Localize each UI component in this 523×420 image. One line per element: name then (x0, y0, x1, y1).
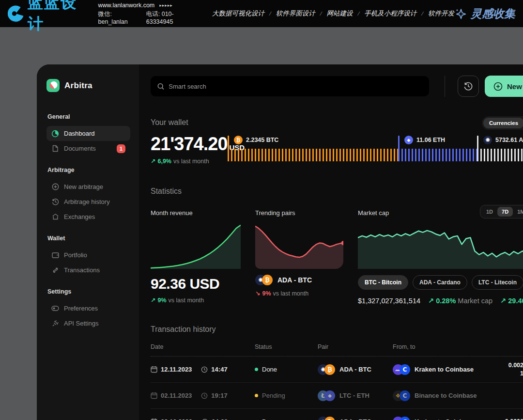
up-arrow-icon: ↗ (428, 297, 434, 305)
topbar-divider (445, 76, 445, 97)
plus-circle-icon (493, 82, 503, 91)
table-row[interactable]: 12.11.2023 14:47 Done ✺ ₿ ADA - BTC (151, 357, 523, 383)
wallet-icon (51, 251, 59, 259)
eth-icon: ◆ (324, 390, 335, 401)
clock-icon (201, 366, 208, 373)
holding-label: 2.2345 BTC (246, 137, 278, 143)
holding-segment-eth[interactable]: ◆ 11.06 ETH (398, 136, 477, 165)
up-arrow-icon: ↗ (151, 296, 155, 304)
sidebar-section-general: General Dashboard Documents 1 (46, 113, 130, 156)
arbitra-logo-icon (46, 79, 60, 92)
sidebar-item-label: Documents (64, 145, 96, 152)
service-separator: / (320, 10, 322, 17)
service-item: 大数据可视化设计 (212, 9, 264, 18)
sidebar-item-dashboard[interactable]: Dashboard (46, 126, 130, 141)
btc-icon: ₿ (324, 364, 335, 375)
service-separator: / (269, 10, 271, 17)
pill-btc-bitcoin[interactable]: BTC - Bitcoin (358, 275, 408, 290)
month-revenue-chart (151, 224, 241, 269)
site-contact: www.lanlanwork.com ▸▸▸▸▸ 微信: ben_lanlan … (98, 2, 194, 25)
table-row[interactable]: 29.10.2023 04:23 Done ✺ ₿ ADA - BTC (151, 409, 523, 420)
pill-ltc-litecoin[interactable]: LTC - Litecoin (472, 275, 523, 290)
wallet-delta: ↗ 6,9% vs last month (151, 157, 228, 165)
exchange-icons: C (393, 417, 410, 420)
trending-pairs-label: Trending pairs (255, 209, 343, 217)
pair-label: LTC - ETH (339, 392, 369, 399)
pie-chart-icon (51, 130, 59, 138)
month-revenue-label: Month revenue (151, 209, 241, 217)
new-arbitrage-button[interactable]: New arbitrage (485, 76, 523, 97)
table-header: Date Status Pair From, to (151, 343, 523, 357)
sidebar-item-transactions[interactable]: Transactions (46, 263, 130, 278)
coinbase-icon: C (400, 390, 410, 401)
col-status: Status (255, 343, 318, 350)
app-brand-text: Arbitra (64, 81, 92, 91)
market-cap-stats: $1,327,027,361,514 ↗ 0.28% Market cap ↗ … (358, 297, 523, 305)
inspiration-collect[interactable]: 灵感收集 (454, 6, 515, 21)
pill-ada-cardano[interactable]: ADA - Cardano (413, 275, 467, 290)
col-route: From, to (393, 343, 490, 350)
sidebar-item-api-settings[interactable]: API Settings (46, 316, 130, 331)
toggle-currencies[interactable]: Currencies (483, 118, 523, 128)
status-label: Done (262, 366, 277, 373)
amount-cell: 0.0000 (490, 418, 523, 420)
plus-circle-icon (51, 183, 59, 191)
coinbase-icon: C (400, 417, 410, 420)
site-phone: 电话: 010-63334945 (146, 10, 194, 25)
ada-icon: ✺ (483, 136, 492, 144)
sidebar-item-label: Exchanges (64, 213, 95, 220)
holding-segment-btc[interactable]: ₿ 2.2345 BTC (228, 136, 398, 165)
col-pair: Pair (318, 343, 393, 350)
sidebar-item-label: Transactions (64, 266, 100, 274)
holding-label: 11.06 ETH (416, 137, 445, 143)
range-1m[interactable]: 1M (513, 207, 523, 217)
sidebar-item-label: API Settings (64, 320, 99, 327)
table-row[interactable]: 02.11.2023 19:17 Pending Ł ◆ LTC - ETH (151, 383, 523, 409)
eth-icon: ◆ (404, 136, 413, 144)
service-item: 手机及小程序设计 (364, 9, 416, 18)
sidebar-item-new-arbitrage[interactable]: New arbitrage (46, 179, 130, 194)
site-logo[interactable]: 蓝蓝设计 (8, 0, 86, 35)
pair-label: ADA - BTC (339, 418, 371, 420)
trending-pairs-chart (255, 224, 343, 269)
range-1d[interactable]: 1D (482, 207, 497, 217)
market-cap-value: $1,327,027,361,514 (358, 297, 420, 305)
search-input[interactable] (169, 83, 422, 90)
col-date: Date (151, 343, 255, 350)
pair-icons: Ł ◆ (318, 390, 335, 401)
sidebar-section-settings: Settings Preferences API Settings (46, 288, 130, 331)
market-cap-chart (358, 224, 523, 269)
documents-badge: 1 (117, 144, 125, 153)
search-bar[interactable] (151, 76, 429, 96)
sidebar-item-arbitrage-history[interactable]: Arbitrage history (46, 194, 130, 209)
up-arrow-icon: ↗ (151, 157, 155, 165)
route-label: Kraken to Coinbase (415, 366, 474, 373)
status-label: Pending (262, 392, 285, 399)
clock-icon (201, 392, 208, 399)
exchange-icons: ❖ C (393, 390, 410, 401)
sidebar-item-exchanges[interactable]: Exchanges (46, 209, 130, 224)
transaction-history-title: Transaction history (151, 325, 523, 334)
sparkle-star-icon (454, 7, 467, 20)
section-label: Wallet (47, 235, 130, 242)
btc-icon: ₿ (234, 136, 243, 144)
range-7d[interactable]: 7D (497, 207, 513, 217)
holding-segment-ada[interactable]: ✺ 5732.61 ADA (477, 136, 523, 165)
section-label: Arbitrage (47, 167, 130, 173)
app-window: Arbitra General Dashboard Documents 1 Ar… (37, 64, 523, 420)
sidebar-item-portfolio[interactable]: Portfolio (46, 248, 130, 263)
sidebar-item-label: Dashboard (64, 130, 95, 137)
history-button[interactable] (458, 76, 479, 97)
sidebar-item-preferences[interactable]: Preferences (46, 301, 130, 316)
pair-icons: ✺ ₿ (255, 275, 273, 285)
app-logo[interactable]: Arbitra (46, 79, 130, 92)
calendar-icon (151, 418, 157, 420)
toggle-icon (51, 305, 59, 312)
section-label: Settings (47, 288, 130, 295)
site-url[interactable]: www.lanlanwork.com (98, 2, 155, 9)
lanlan-logo-icon (8, 4, 24, 23)
swap-arrows-icon (51, 266, 59, 274)
trending-pair: ✺ ₿ ADA - BTC (255, 275, 343, 285)
coinbase-icon: C (400, 364, 410, 375)
sidebar-item-documents[interactable]: Documents 1 (46, 141, 130, 156)
